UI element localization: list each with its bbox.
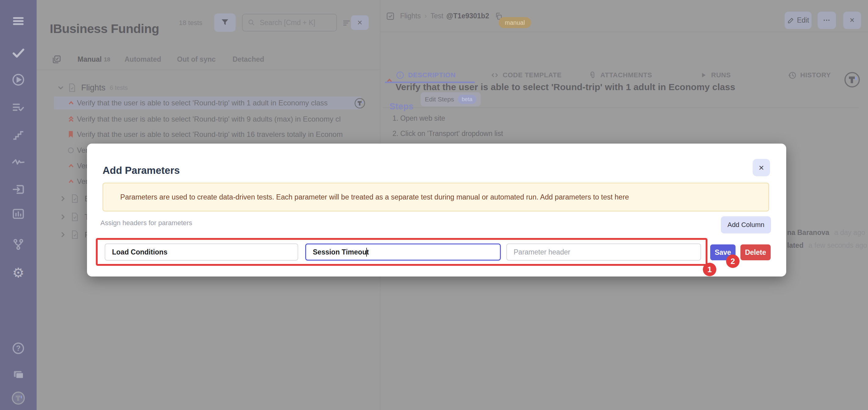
chevron-right-icon bbox=[60, 231, 66, 238]
funnel-icon bbox=[220, 18, 230, 28]
testomat-logo bbox=[11, 391, 25, 405]
chevron-down-icon bbox=[57, 84, 64, 91]
testomat-badge-icon bbox=[354, 97, 366, 109]
priority-highest-icon bbox=[68, 115, 74, 123]
tab-out-of-sync[interactable]: Out of sync bbox=[177, 49, 216, 70]
assign-headers-label: Assign headers for parameters bbox=[100, 219, 192, 227]
priority-high-icon bbox=[68, 99, 74, 106]
suite-doc-icon bbox=[70, 212, 80, 222]
edit-button[interactable]: Edit bbox=[785, 11, 811, 29]
tab-manual[interactable]: Manual 18 bbox=[78, 49, 110, 70]
tab-manual-count: 18 bbox=[104, 56, 110, 63]
help-icon[interactable]: ? bbox=[11, 341, 25, 355]
steps-heading: Steps bbox=[390, 101, 413, 112]
app-screen: ⚙ ? IBusiness Funding 18 tests Search [C… bbox=[0, 0, 868, 410]
folder-label: Flights bbox=[81, 83, 105, 93]
clear-filter-button[interactable]: × bbox=[351, 15, 369, 30]
breadcrumb-folder[interactable]: Flights bbox=[400, 12, 421, 20]
modal-close-button[interactable]: × bbox=[753, 159, 770, 176]
breadcrumb-test: Test bbox=[430, 12, 443, 20]
analytics-icon[interactable] bbox=[11, 207, 25, 221]
annotation-badge-1: 1 bbox=[703, 263, 716, 276]
tab-description[interactable]: DESCRIPTION bbox=[396, 68, 456, 83]
breadcrumb: Flights › Test @T1e9301b2 bbox=[385, 0, 503, 32]
test-id: @T1e9301b2 bbox=[446, 12, 489, 20]
status-badge: manual bbox=[499, 17, 531, 28]
search-placeholder: Search [Cmd + K] bbox=[260, 19, 315, 27]
pulse-icon[interactable] bbox=[11, 155, 25, 169]
breadcrumb-separator: › bbox=[425, 12, 427, 20]
test-row[interactable]: Verify that the user is able to select '… bbox=[37, 112, 380, 126]
priority-bookmark-icon bbox=[67, 130, 74, 138]
delete-button[interactable]: Delete bbox=[740, 244, 771, 260]
sidebar: ⚙ ? bbox=[0, 0, 37, 410]
test-title-row: Verify that the user is able to select '… bbox=[380, 32, 868, 63]
tab-detached[interactable]: Detached bbox=[232, 49, 264, 70]
steps-stairs-icon[interactable] bbox=[11, 128, 25, 142]
branches-icon[interactable] bbox=[11, 237, 25, 252]
chevron-right-icon bbox=[60, 213, 66, 220]
test-row-selected[interactable]: Verify that the user is able to select '… bbox=[37, 96, 380, 109]
add-column-button[interactable]: Add Column bbox=[721, 216, 771, 233]
annotation-badge-2: 2 bbox=[726, 255, 740, 268]
step-item: 2. Click on 'Transport' dropdown list bbox=[393, 129, 503, 138]
pencil-icon bbox=[787, 17, 795, 24]
beta-badge: beta bbox=[458, 95, 476, 104]
test-row[interactable]: Verify that the user is able to select '… bbox=[37, 128, 380, 141]
modal-title: Add Parameters bbox=[102, 165, 180, 176]
priority-high-icon bbox=[68, 163, 74, 169]
search-icon bbox=[248, 19, 255, 27]
code-icon bbox=[490, 70, 499, 80]
tab-runs[interactable]: RUNS bbox=[699, 68, 731, 83]
import-box-icon[interactable] bbox=[11, 182, 25, 197]
steps-divider bbox=[383, 108, 859, 108]
play-icon bbox=[699, 71, 708, 80]
annotation-rectangle bbox=[96, 238, 708, 266]
priority-high-icon bbox=[68, 178, 74, 185]
tab-code-template[interactable]: CODE TEMPLATE bbox=[490, 68, 562, 83]
updated-meta: lated a few seconds ago bbox=[787, 241, 867, 250]
filter-button[interactable] bbox=[214, 13, 236, 32]
svg-text:?: ? bbox=[16, 344, 21, 352]
suite-tests-count: 18 tests bbox=[179, 19, 203, 27]
projects-folders-icon[interactable] bbox=[11, 367, 25, 381]
info-icon bbox=[396, 70, 405, 80]
tests-copy-icon bbox=[51, 49, 62, 70]
priority-normal-icon bbox=[67, 147, 74, 154]
suite-doc-icon bbox=[70, 194, 80, 203]
history-clock-icon bbox=[788, 70, 797, 80]
active-tab-underline bbox=[385, 82, 475, 83]
test-title: Verify that the user is able to select '… bbox=[396, 82, 823, 92]
tab-history[interactable]: HISTORY bbox=[788, 68, 831, 83]
menu-icon[interactable] bbox=[11, 14, 25, 28]
suite-title: IBusiness Funding bbox=[50, 22, 159, 36]
close-icon: × bbox=[759, 163, 764, 173]
close-panel-button[interactable]: × bbox=[843, 11, 861, 29]
chevron-right-icon bbox=[60, 195, 66, 202]
settings-gear-icon[interactable]: ⚙ bbox=[11, 266, 25, 280]
suite-tabs: Manual 18 Automated Out of sync Detached bbox=[37, 49, 380, 70]
suite-doc-icon bbox=[70, 230, 80, 239]
info-banner: Parameters are used to create data-drive… bbox=[102, 183, 769, 211]
step-item: 1. Open web site bbox=[393, 114, 445, 122]
more-button[interactable]: ··· bbox=[818, 11, 836, 29]
tests-check-icon[interactable] bbox=[11, 46, 25, 60]
run-play-icon[interactable] bbox=[11, 73, 25, 87]
tab-attachments[interactable]: ATTACHMENTS bbox=[588, 68, 652, 83]
paperclip-icon bbox=[588, 70, 597, 80]
author-meta: na Baranova a day ago bbox=[787, 229, 865, 237]
detail-tabs: DESCRIPTION CODE TEMPLATE ATTACHMENTS RU… bbox=[380, 68, 868, 83]
tab-automated[interactable]: Automated bbox=[125, 49, 161, 70]
tree-folder-flights[interactable]: Flights 6 tests bbox=[37, 81, 380, 94]
run-list-icon[interactable] bbox=[11, 100, 25, 115]
detail-header: Flights › Test @T1e9301b2 manual Edit ··… bbox=[380, 0, 868, 32]
test-check-icon bbox=[385, 11, 395, 21]
suite-doc-icon bbox=[67, 83, 77, 93]
folder-count: 6 tests bbox=[110, 84, 128, 91]
search-input[interactable]: Search [Cmd + K] bbox=[242, 14, 337, 31]
edit-steps-button[interactable]: Edit Steps beta bbox=[421, 92, 481, 106]
